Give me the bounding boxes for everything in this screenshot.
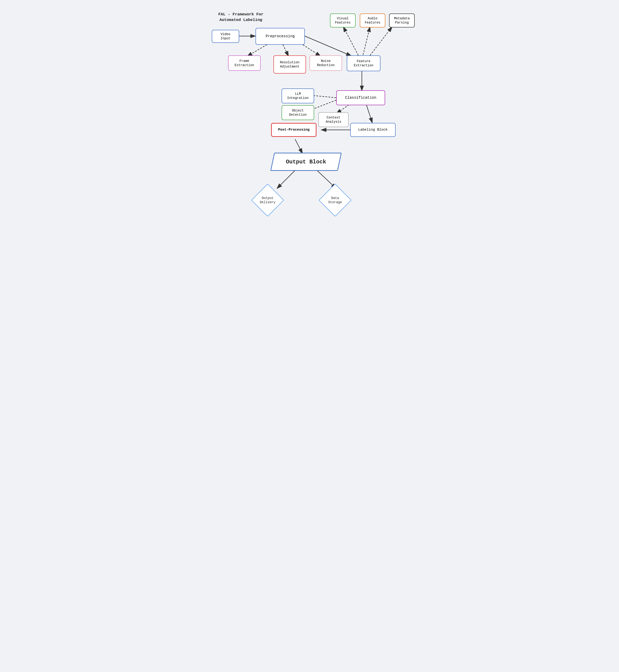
svg-line-17 bbox=[277, 170, 295, 189]
post-processing-node: Post-Processing bbox=[271, 123, 317, 137]
output-delivery-label: Output Delivery bbox=[256, 189, 279, 212]
llm-integration-node: LLM Integration bbox=[282, 88, 314, 104]
resolution-adjustment-node: Resolution Adjustment bbox=[273, 55, 306, 74]
feature-extraction-node: Feature Extraction bbox=[347, 55, 381, 71]
svg-line-7 bbox=[343, 27, 358, 55]
svg-line-14 bbox=[366, 105, 372, 123]
preprocessing-node: Preprocessing bbox=[256, 28, 305, 45]
svg-line-3 bbox=[305, 36, 351, 56]
diagram-container: FAL - Framework For Automated Labeling V… bbox=[205, 5, 414, 261]
output-block-container: Output Block bbox=[272, 153, 340, 171]
output-block-label: Output Block bbox=[272, 153, 340, 171]
svg-line-16 bbox=[295, 139, 302, 154]
visual-features-node: Visual Features bbox=[330, 13, 356, 27]
context-analysis-node: Context Analysis bbox=[318, 112, 349, 127]
svg-line-8 bbox=[363, 27, 370, 55]
object-detection-node: Object Detection bbox=[282, 105, 314, 120]
data-storage-label: Data Storage bbox=[324, 189, 347, 212]
frame-extraction-node: Frame Extraction bbox=[228, 55, 261, 71]
metadata-parsing-node: Metadata Parsing bbox=[389, 13, 415, 27]
classification-node: Classification bbox=[336, 90, 385, 105]
output-delivery-container: Output Delivery bbox=[256, 189, 279, 212]
data-storage-container: Data Storage bbox=[324, 189, 347, 212]
noise-reduction-node: Noise Reduction bbox=[310, 55, 342, 71]
svg-line-9 bbox=[370, 27, 392, 55]
video-input-node: Video Input bbox=[212, 30, 239, 43]
audio-features-node: Audio Features bbox=[360, 13, 385, 27]
labeling-block-node: Labeling Block bbox=[350, 123, 396, 137]
diagram-title: FAL - Framework For Automated Labeling bbox=[218, 12, 264, 23]
